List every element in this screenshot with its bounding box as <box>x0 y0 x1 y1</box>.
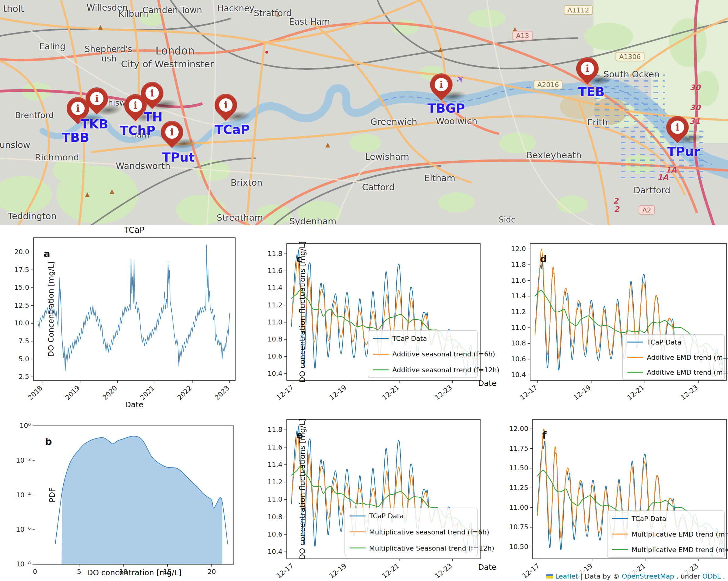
map-place-label: Sydenham <box>289 216 337 225</box>
info-icon: i <box>671 121 684 134</box>
y-axis-label: DO concentration fluctuations [mg/L] <box>298 241 307 382</box>
series-line <box>535 249 723 363</box>
y-tick-label: 11.6 <box>511 276 526 284</box>
chart-panel-d: 10.410.610.811.011.211.411.611.812.012-1… <box>488 228 728 422</box>
legend-label: TCaP Data <box>369 512 404 520</box>
legend-d: TCaP DataAdditive EMD trend (m=3)Additiv… <box>622 335 728 380</box>
x-tick-label: 20 <box>207 568 216 576</box>
y-tick-label: 11.50 <box>509 464 528 472</box>
series-line <box>535 261 723 377</box>
x-tick-label: 12-17 <box>521 562 541 580</box>
series-line <box>38 245 230 371</box>
panel-letter-b: b <box>45 436 52 447</box>
map-place-label: Teddington <box>8 211 57 221</box>
info-icon: i <box>165 125 179 139</box>
odbl-link[interactable]: ODbL <box>702 573 721 580</box>
info-icon: i <box>71 102 85 115</box>
map-place-label: Bexleyheath <box>526 150 581 160</box>
y-tick-label: 10.4 <box>511 371 526 378</box>
y-tick-label: 11.4 <box>267 461 282 468</box>
x-tick-label: 5 <box>77 568 81 576</box>
info-icon: i <box>129 99 142 112</box>
road-badge-A1112: A1112 <box>564 5 593 15</box>
road-badge-A13: A13 <box>512 31 532 41</box>
road-badge-A2: A2 <box>639 206 655 215</box>
peak-icon: ▲ <box>98 23 103 30</box>
map-place-label: Erith <box>587 117 608 128</box>
y-axis-label: DO Concentration [mg/L] <box>47 261 55 357</box>
y-tick-label: 10⁰ <box>20 422 31 429</box>
legend-label: Multiplicative EMD trend (m=4) <box>631 546 728 554</box>
x-axis-label: Date <box>478 563 496 572</box>
x-tick-label: 2021 <box>138 384 156 401</box>
legend-e: TCaP DataMultiplicative seasonal trend (… <box>345 508 494 556</box>
y-tick-label: 10.6 <box>267 352 282 360</box>
attribution-under: , under <box>676 573 700 580</box>
y-tick-label: 20.0 <box>14 248 29 256</box>
map-place-label: Lewisham <box>365 152 409 162</box>
y-tick-label: 10⁻² <box>16 456 31 464</box>
attribution-period: . <box>723 573 725 580</box>
panel-letter-a: a <box>44 248 50 260</box>
x-tick-label: 12-19 <box>328 384 348 401</box>
station-label-TH: TH <box>144 110 162 125</box>
chart-series-b <box>55 436 228 564</box>
legend-label: Multiplicative seasonal trend (f=6h) <box>369 528 489 536</box>
red-dot-icon <box>265 51 268 54</box>
y-tick-label: 11.2 <box>267 478 282 486</box>
y-tick-label: 11.0 <box>267 318 282 326</box>
map-place-label: Brixton <box>231 178 263 188</box>
series-line <box>291 435 477 539</box>
map-place-label: Sidc <box>499 215 516 224</box>
chart-series-f <box>538 429 723 557</box>
attribution-separator: | <box>580 573 582 580</box>
x-tick-label: 2023 <box>213 384 231 401</box>
page: tholtWillesdenKilburnCamden TownHackneyS… <box>0 0 728 581</box>
junction-number: 31 <box>690 117 700 126</box>
x-tick-label: 12-17 <box>275 384 295 401</box>
map-place-label: Woolwich <box>436 116 477 126</box>
series-line <box>55 436 228 544</box>
map-place-label: tholt <box>3 3 24 14</box>
map-place-label: Brentford <box>15 110 54 120</box>
series-fill <box>61 436 222 564</box>
road-badge-A2016: A2016 <box>534 80 563 89</box>
attribution-databy: Data by © <box>584 573 620 580</box>
y-tick-label: 11.2 <box>511 308 526 316</box>
map-place-label: Richmond <box>35 152 79 162</box>
map[interactable]: tholtWillesdenKilburnCamden TownHackneyS… <box>0 0 728 225</box>
legend-label: Additive seasonal trend (f=6h) <box>392 350 495 358</box>
map-place-label: ush <box>101 54 116 63</box>
series-line <box>291 290 477 359</box>
x-tick-label: 12-21 <box>381 562 401 580</box>
map-place-label: Greenwich <box>370 116 417 127</box>
openstreetmap-link[interactable]: OpenStreetMap <box>622 573 674 580</box>
x-tick-label: 2018 <box>26 384 44 401</box>
y-tick-label: 10⁻⁶ <box>16 526 31 533</box>
y-tick-label: 12.0 <box>511 245 526 253</box>
leaflet-link[interactable]: Leaflet <box>555 573 578 580</box>
y-tick-label: 12.5 <box>14 301 29 309</box>
y-tick-label: 15.0 <box>14 284 29 291</box>
series-line <box>535 290 723 371</box>
legend-label: Additive EMD trend (m=4) <box>647 369 728 376</box>
y-tick-label: 10⁻⁸ <box>16 560 31 568</box>
map-place-label: City of Westminster <box>121 58 214 70</box>
map-place-label: Dartford <box>633 185 670 195</box>
chart-panel-e: 10.410.610.811.011.211.411.611.812-1712-… <box>244 404 504 581</box>
map-place-label: London <box>156 45 194 57</box>
y-axis-label: PDF <box>48 487 57 502</box>
y-tick-label: 12.00 <box>509 425 528 432</box>
x-tick-label: 12-17 <box>275 562 295 580</box>
y-axis-label: DO concentration fluctuations [mg/L] <box>298 418 307 560</box>
series-line <box>291 426 477 554</box>
map-place-label: Hackney <box>217 3 254 14</box>
map-place-label: Stratford <box>254 8 291 18</box>
y-tick-label: 10.8 <box>267 335 282 343</box>
series-line <box>538 429 723 543</box>
y-tick-label: 11.0 <box>267 496 282 503</box>
x-tick-label: 12-21 <box>626 384 646 401</box>
station-label-TPut: TPut <box>162 150 195 165</box>
ukraine-flag-icon <box>546 574 553 579</box>
x-tick-label: 12-21 <box>381 384 401 401</box>
